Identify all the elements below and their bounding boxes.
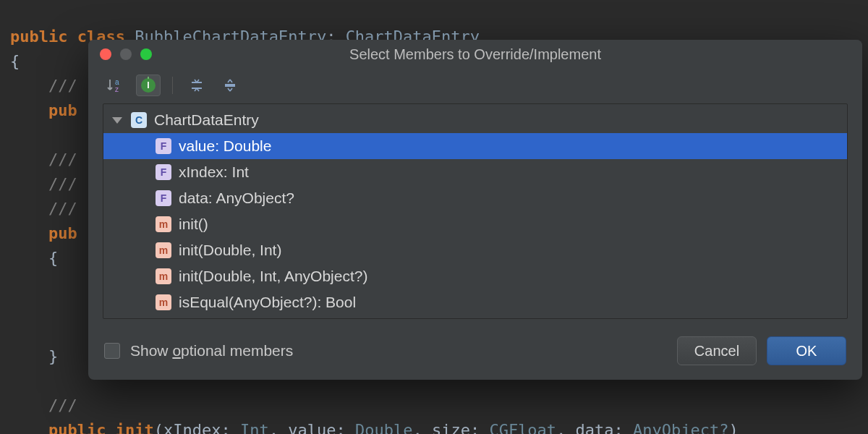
tree-member-label: isEqual(AnyObject?): Bool [179,294,356,311]
dialog-footer: Show optional members Cancel OK [88,331,862,380]
cancel-button-label: Cancel [694,343,739,359]
dialog-titlebar[interactable]: Select Members to Override/Implement [88,40,862,69]
inherited-icon: I [140,77,157,94]
tree-root-label: ChartDataEntry [154,111,259,129]
dialog-title: Select Members to Override/Implement [88,46,862,63]
class-badge-icon: C [131,112,147,128]
tree-member-label: init(Double, Int, AnyObject?) [179,268,367,285]
sort-alpha-button[interactable]: a z [103,75,127,96]
tree-member-label: init(Double, Int) [179,242,281,259]
tree-member-label: value: Double [179,137,271,155]
minimize-icon[interactable] [120,48,132,60]
window-controls [88,48,152,60]
expand-all-button[interactable] [184,75,209,96]
show-optional-label: Show optional members [130,342,293,359]
cancel-button[interactable]: Cancel [677,336,757,365]
svg-text:I: I [147,80,149,90]
method-badge-icon: m [156,294,171,310]
tree-root-row[interactable]: C ChartDataEntry [103,107,847,133]
close-icon[interactable] [100,48,111,60]
field-badge-icon: F [156,190,171,206]
tree-member-row[interactable]: minit(Double, Int) [103,237,847,263]
tree-member-label: init() [179,216,208,233]
show-optional-checkbox[interactable] [104,343,120,359]
tree-member-label: xIndex: Int [179,163,249,181]
ok-button-label: OK [796,343,817,359]
members-tree[interactable]: C ChartDataEntry Fvalue: DoubleFxIndex: … [103,103,848,319]
show-inherited-button[interactable]: I [136,75,161,96]
sort-alpha-icon: a z [107,77,123,93]
collapse-all-button[interactable] [218,75,242,96]
expand-all-icon [190,78,204,93]
override-members-dialog: Select Members to Override/Implement a z… [88,40,862,380]
method-badge-icon: m [156,216,171,232]
field-badge-icon: F [156,138,171,154]
svg-text:z: z [115,85,119,93]
method-badge-icon: m [156,268,171,284]
tree-member-row[interactable]: Fvalue: Double [103,133,847,159]
tree-member-row[interactable]: minit(Double, Int, AnyObject?) [103,263,847,289]
tree-member-row[interactable]: FxIndex: Int [103,159,847,185]
field-badge-icon: F [156,164,171,180]
method-badge-icon: m [156,242,171,258]
dialog-toolbar: a z I [88,69,862,99]
maximize-icon[interactable] [140,48,152,60]
chevron-down-icon[interactable] [112,117,122,124]
toolbar-separator [172,77,173,94]
tree-member-row[interactable]: misEqual(AnyObject?): Bool [103,289,847,315]
collapse-all-icon [223,78,237,93]
tree-member-row[interactable]: Fdata: AnyObject? [103,185,847,211]
ok-button[interactable]: OK [767,336,846,365]
tree-member-label: data: AnyObject? [179,190,294,207]
tree-member-row[interactable]: minit() [103,211,847,237]
